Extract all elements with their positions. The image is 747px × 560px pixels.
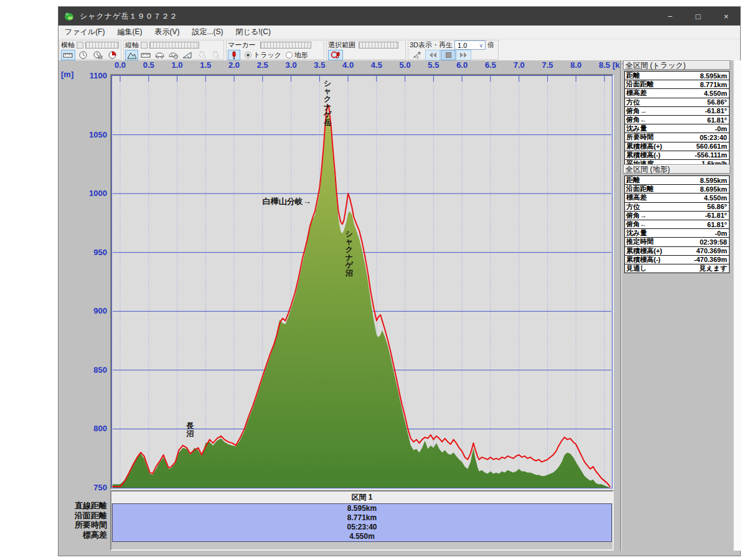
selection-group-label: 選択範囲 — [328, 40, 355, 50]
stat-label: 距離 — [625, 175, 640, 185]
yaxis-distance-button[interactable] — [139, 50, 152, 60]
ruler-icon — [141, 51, 151, 59]
x-axis-tick-label: 0.0 — [115, 60, 126, 70]
menu-item[interactable]: 設定...(S) — [186, 27, 229, 37]
stats-track-table: 距離8.595km沿面距離8.771km標高差4.550m方位56.86°俯角→… — [624, 71, 730, 169]
stat-label: 沿面距離 — [625, 80, 654, 89]
fast-forward-icon — [459, 52, 468, 58]
stats-panel: 全区間 (トラック) 距離8.595km沿面距離8.771km標高差4.550m… — [622, 60, 732, 551]
stat-value: 56.86° — [707, 203, 729, 210]
toolbar-group-marker: マーカー トラック 地形 — [226, 40, 324, 60]
speedometer-clock-icon — [168, 51, 179, 59]
toolbar-group-selection: 選択範囲 — [326, 40, 406, 60]
x-axis-tick-label: 2.5 — [257, 60, 268, 70]
stat-label: 所要時間 — [625, 133, 654, 142]
section-values-box[interactable]: 8.595km8.771km05:23:404.550m — [112, 503, 612, 542]
xaxis-group-label: 横軸 — [61, 40, 75, 50]
stat-row: 見通し見えます — [625, 264, 729, 273]
section-row-value: 4.550m — [113, 532, 611, 541]
selection-slider[interactable] — [359, 42, 398, 49]
stat-value: -470.369m — [694, 256, 729, 263]
stat-label: 方位 — [625, 202, 640, 212]
yaxis-plug2-button[interactable]: 2 — [209, 50, 222, 60]
yaxis-zoom-slider[interactable] — [149, 42, 199, 49]
rewind-button[interactable] — [425, 50, 440, 60]
section-panel: 区間 1 8.595km8.771km05:23:404.550m — [110, 490, 614, 551]
section-row-label: 所要時間 — [59, 520, 107, 529]
yaxis-plug1-button[interactable]: 1 — [195, 50, 208, 60]
menu-item[interactable]: ファイル(F) — [59, 27, 111, 37]
bird-view-button[interactable]: 0 — [410, 50, 425, 60]
stat-value: 8.595km — [700, 177, 729, 184]
profile-svg: シャクナゲ岳白樺山分岐→シャクナゲ沼長沼 — [111, 75, 613, 488]
menu-item[interactable]: 閉じる!(C) — [229, 27, 277, 37]
stat-value: 4.550m — [704, 90, 729, 97]
stat-label: 俯角→ — [625, 211, 647, 220]
y-axis-unit: [m] — [61, 70, 73, 79]
stat-value: 02:39:58 — [700, 238, 729, 246]
xaxis-slider-button[interactable] — [77, 42, 83, 49]
toolbar: 横軸 縦軸 — [59, 39, 740, 60]
stat-label: 標高差 — [625, 88, 647, 98]
radio-track-circle — [245, 52, 251, 58]
ruler-icon — [63, 51, 73, 59]
stat-value: 4.550m — [704, 194, 729, 202]
yaxis-pace-button[interactable] — [167, 50, 180, 60]
maximize-button[interactable]: □ — [684, 7, 712, 26]
elevation-plot[interactable]: シャクナゲ岳白樺山分岐→シャクナゲ沼長沼 — [110, 74, 614, 490]
play-forward-button[interactable] — [456, 50, 471, 60]
section-row-label: 沿面距離 — [59, 510, 107, 520]
selection-range-button[interactable] — [328, 50, 343, 60]
stat-row: 距離8.595km — [625, 176, 729, 184]
stat-value: 8.771km — [700, 81, 729, 88]
xaxis-elapsed-button[interactable] — [105, 50, 120, 60]
stat-row: 標高差4.550m — [625, 193, 729, 202]
stat-row: 累積標高(-)-470.369m — [625, 255, 729, 264]
radio-terrain-circle — [286, 52, 293, 58]
stat-row: 俯角→-61.81° — [625, 106, 729, 115]
x-axis-tick-label: 7.0 — [514, 60, 525, 70]
stat-value: 560.661m — [696, 142, 729, 150]
yaxis-speed-button[interactable] — [153, 50, 166, 60]
menu-item[interactable]: 編集(E) — [111, 27, 148, 37]
app-icon — [63, 11, 75, 22]
x-axis-tick-label: 4.5 — [371, 60, 382, 70]
radio-terrain[interactable]: 地形 — [286, 50, 308, 60]
title-bar: シャクナゲ岳１９０７２２ − □ × — [59, 7, 740, 26]
x-axis-tick-label: 5.0 — [400, 60, 411, 70]
x-axis-tick-label: 6.5 — [485, 60, 496, 70]
xaxis-distance-button[interactable] — [61, 50, 75, 60]
y-axis-tick-label: 1100 — [76, 71, 107, 80]
stat-value: -61.81° — [705, 212, 729, 219]
stat-value: 見えます — [699, 264, 729, 273]
minimize-button[interactable]: − — [656, 7, 684, 26]
stat-row: 俯角←61.81° — [625, 220, 729, 228]
xaxis-time-button[interactable] — [76, 50, 90, 60]
q-marker-icon — [330, 51, 341, 59]
marker-slider[interactable] — [260, 42, 311, 49]
marker-pen-button[interactable] — [228, 50, 240, 60]
stat-row: 沿面距離8.771km — [625, 80, 729, 88]
xaxis-zoom-slider[interactable] — [85, 42, 119, 49]
stat-row: 方位56.86° — [625, 202, 729, 211]
radio-track[interactable]: トラック — [245, 50, 281, 60]
menu-bar: ファイル(F)編集(E)表示(V)設定...(S)閉じる!(C) — [59, 26, 740, 39]
yaxis-elevation-button[interactable] — [125, 50, 138, 60]
stop-button[interactable] — [441, 50, 456, 60]
x-axis-tick-label: 8.5 — [599, 60, 610, 70]
stat-row: 沈み量-0m — [625, 124, 729, 133]
stat-label: 沿面距離 — [625, 184, 654, 194]
menu-item[interactable]: 表示(V) — [148, 27, 186, 37]
chart-annotation: 岳 — [323, 118, 331, 127]
xaxis-time-number-button[interactable] — [91, 50, 105, 60]
yaxis-slope-button[interactable] — [181, 50, 194, 60]
close-button[interactable]: × — [712, 7, 740, 26]
stat-label: 累積標高(-) — [625, 255, 660, 264]
stat-label: 俯角← — [625, 115, 647, 124]
playback-scale-select[interactable]: 1.0 ∨ — [454, 40, 486, 50]
stat-value: -556.111m — [695, 151, 729, 159]
stat-row: 俯角←61.81° — [625, 115, 729, 124]
rewind-icon — [428, 52, 437, 58]
yaxis-slider-button[interactable] — [141, 42, 148, 49]
chart-annotation: 白樺山分岐→ — [263, 197, 311, 206]
